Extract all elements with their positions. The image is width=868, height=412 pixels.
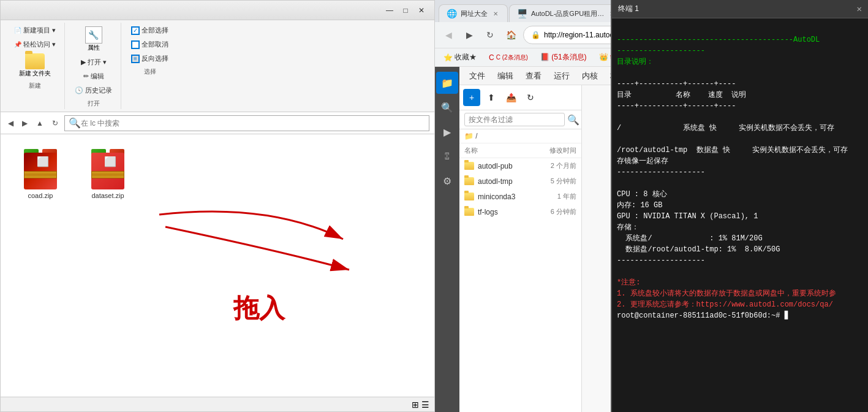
zip-belt: ⬜ (24, 171, 57, 178)
bm-51-messages[interactable]: 📕 (51条消息) (537, 51, 591, 64)
tab-autodl[interactable]: 🖥️ AutoDL-品质GPU租用… ✕ (509, 4, 624, 22)
tab-favicon-autodl: 🖥️ (517, 9, 527, 18)
file-item-dataset[interactable]: ⬜ dataset.zip (80, 147, 135, 199)
search-box: 🔍 (64, 115, 429, 131)
forward-button[interactable]: ▶ (20, 118, 30, 129)
forward-button-browser[interactable]: ▶ (461, 26, 478, 44)
explorer-titlebar: — □ ✕ (1, 1, 434, 20)
jupyter-filter-input[interactable] (464, 113, 565, 126)
file-content-area: ⬜ coad.zip ⬜ dataset.zip (1, 134, 434, 397)
menu-view[interactable]: 查看 (521, 68, 546, 84)
folder-icon-autodl-tmp (464, 177, 474, 185)
folder-icon-tf-logs (464, 208, 474, 216)
back-button[interactable]: ◀ (6, 118, 16, 129)
search-icon: 🔍 (69, 117, 81, 129)
terminal-notice2: 2. 更理系统忘请参考：https://www.autodl.com/docs/… (617, 300, 833, 309)
sidebar-settings-btn[interactable]: ⚙ (436, 170, 458, 192)
new-folder-button[interactable]: 新建 文件夹 (15, 52, 55, 79)
menu-file[interactable]: 文件 (464, 68, 490, 84)
star-bm-icon: ⭐ (443, 53, 453, 62)
zip-icon-coad: ⬜ (19, 147, 62, 189)
jupyter-fb-search: 🔍 (459, 110, 581, 129)
lock-icon: 🔒 (531, 31, 540, 39)
drag-label: 拖入 (233, 291, 285, 326)
terminal-row2: /root/autodl-tmp 数据盘 快 实例关机数据不会丢失，可存 存镜像… (617, 146, 848, 166)
jupyter-new-btn[interactable]: + (463, 89, 480, 106)
terminal-cursor: ▊ (785, 311, 789, 320)
refresh-button[interactable]: ↻ (50, 118, 61, 129)
jupyter-file-row-tf-logs[interactable]: tf-logs 6 分钟前 (459, 204, 581, 219)
explorer-panel: — □ ✕ 📄 新建项目 ▾ 📌 轻松访问 ▾ (0, 0, 435, 412)
terminal-prompt: root@container-885111ad0c-51f0b60d:~# (617, 311, 785, 320)
file-item-coad[interactable]: ⬜ coad.zip (13, 147, 68, 199)
sidebar-search-btn[interactable]: 🔍 (436, 96, 458, 118)
terminal-storage-title: 存储： (617, 223, 639, 232)
terminal-notice-title: *注意: (617, 278, 640, 287)
invert-select-button[interactable]: ≡ 反向选择 (127, 52, 172, 65)
tab-label-web: 网址大全 (461, 9, 488, 18)
tab-label-autodl: AutoDL-品质GPU租用… (531, 9, 604, 18)
jupyter-upload-btn[interactable]: ⬆ (483, 89, 500, 106)
select-all-button[interactable]: ✓ 全部选择 (127, 24, 172, 37)
folder-icon-miniconda (464, 193, 474, 200)
folder-icon-autodl-pub (464, 162, 474, 170)
jupyter-file-row-miniconda[interactable]: miniconda3 1 年前 (459, 189, 581, 204)
zip-buckle2: ⬜ (105, 158, 115, 164)
bm-favorites[interactable]: ⭐ 收藏★ (440, 51, 480, 64)
menu-run[interactable]: 运行 (549, 68, 575, 84)
up-button[interactable]: ▲ (34, 118, 46, 129)
maximize-button[interactable]: □ (398, 4, 413, 17)
file-label-coad: coad.zip (28, 192, 53, 199)
terminal-data-disk: 数据盘/root/autodl-tmp: 1% 8.0K/50G (617, 245, 780, 254)
search-input[interactable] (81, 119, 425, 128)
bm-c-messages[interactable]: C C (2条消息) (485, 52, 532, 63)
menu-kernel[interactable]: 内核 (577, 68, 603, 84)
jupyter-upload2-btn[interactable]: 📤 (502, 89, 519, 106)
back-button-browser[interactable]: ◀ (440, 26, 457, 44)
terminal-divider3: ----+----------+------+---- (617, 102, 736, 110)
open-button[interactable]: ▶ 打开 ▾ (77, 56, 110, 69)
sidebar-run-btn[interactable]: ▶ (436, 121, 458, 143)
terminal-content[interactable]: ----------------------------------------… (612, 18, 868, 412)
terminal-section-title: 目录说明： (617, 58, 654, 66)
terminal-cpu: CPU : 8 核心 (617, 190, 667, 199)
reload-button[interactable]: ↻ (481, 26, 499, 44)
terminal-panel: 终端 1 ✕ ---------------------------------… (611, 0, 868, 412)
file-name-miniconda: miniconda3 (478, 193, 554, 201)
ribbon-toolbar: 📄 新建项目 ▾ 📌 轻松访问 ▾ 新建 文件夹 新建 (1, 20, 434, 112)
file-label-dataset: dataset.zip (91, 192, 124, 199)
terminal-divider1: -------------------- (617, 47, 705, 55)
new-item-button[interactable]: 📄 新建项目 ▾ (10, 24, 59, 37)
sidebar-files-btn[interactable]: 📁 (436, 72, 458, 94)
home-button[interactable]: 🏠 (502, 26, 519, 44)
jupyter-file-row-autodl-tmp[interactable]: autodl-tmp 5 分钟前 (459, 174, 581, 189)
sidebar-git-btn[interactable]: ⑄ (436, 145, 458, 167)
history-button[interactable]: 🕓 历史记录 (71, 84, 116, 97)
jupyter-file-row-autodl-pub[interactable]: autodl-pub 2 个月前 (459, 158, 581, 174)
tab-close-web[interactable]: ✕ (491, 10, 500, 18)
filter-search-icon: 🔍 (567, 114, 579, 126)
terminal-divider2: ----+----------+------+---- (617, 80, 736, 88)
file-date-tf-logs: 6 分钟前 (551, 207, 576, 216)
edit-button[interactable]: ✏ 编辑 (80, 70, 108, 83)
easy-access-button[interactable]: 📌 轻松访问 ▾ (10, 38, 59, 51)
jupyter-refresh-btn[interactable]: ↻ (522, 89, 539, 106)
select-all-icon: ✓ (131, 26, 140, 35)
ribbon-select-section: ✓ 全部选择 全部取消 ≡ 反向选择 选择 (123, 23, 177, 109)
tab-web-directory[interactable]: 🌐 网址大全 ✕ (439, 4, 508, 22)
file-name-autodl-tmp: autodl-tmp (478, 177, 547, 186)
file-name-tf-logs: tf-logs (478, 208, 547, 216)
ribbon-open-section: 🔧 属性 ▶ 打开 ▾ ✏ 编辑 🕓 历史记 (66, 23, 121, 109)
minimize-button[interactable]: — (382, 4, 398, 17)
jupyter-sidebar: 📁 🔍 ▶ ⑄ ⚙ (435, 67, 459, 412)
view-toggle[interactable]: ⊞ (412, 400, 419, 410)
menu-edit[interactable]: 编辑 (492, 68, 518, 84)
terminal-close-button[interactable]: ✕ (857, 4, 862, 14)
select-none-button[interactable]: 全部取消 (127, 38, 172, 51)
terminal-divider5: -------------------- (617, 256, 705, 265)
terminal-titlebar: 终端 1 ✕ (612, 0, 868, 18)
properties-button[interactable]: 🔧 属性 (83, 24, 105, 55)
close-button[interactable]: ✕ (413, 4, 429, 17)
details-toggle[interactable]: ☰ (421, 400, 429, 410)
folder-icon (25, 53, 45, 69)
